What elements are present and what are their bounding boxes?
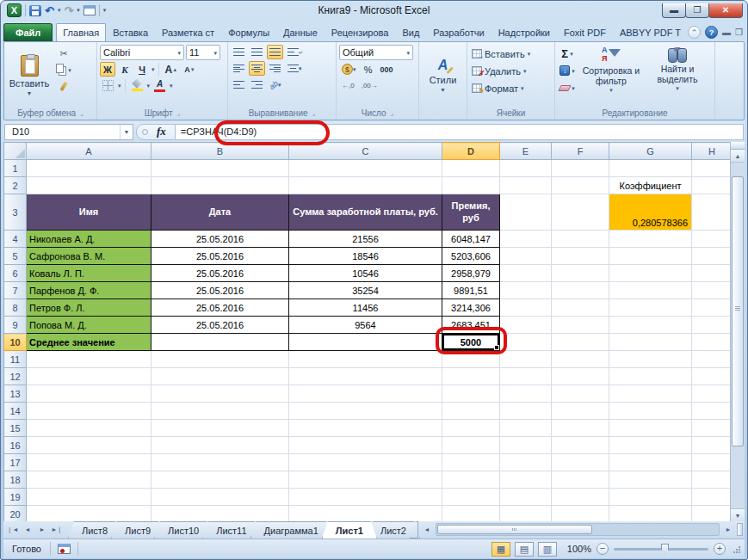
cell-E20[interactable]	[500, 506, 552, 522]
cell-F4[interactable]	[552, 231, 609, 248]
cell-G5[interactable]	[609, 248, 692, 265]
cell-C4[interactable]: 21556	[289, 231, 442, 248]
cell-A19[interactable]	[27, 489, 151, 506]
next-sheet-icon[interactable]: ►	[35, 523, 49, 536]
cut-button[interactable]: ✂	[54, 46, 73, 60]
cell-C20[interactable]	[289, 506, 442, 522]
insert-cells-button[interactable]: →Вставить▾	[470, 46, 552, 61]
cell-G16[interactable]	[609, 437, 692, 454]
cell-G12[interactable]	[609, 368, 692, 385]
help-icon[interactable]: ?	[705, 26, 718, 39]
cell-A4[interactable]: Николаев А. Д.	[27, 231, 151, 248]
zoom-out-button[interactable]: −	[597, 543, 609, 555]
cell-E6[interactable]	[500, 265, 552, 282]
cell-H15[interactable]	[692, 420, 733, 437]
row-header-4[interactable]: 4	[4, 231, 27, 248]
cell-F12[interactable]	[552, 368, 609, 385]
row-header-16[interactable]: 16	[4, 437, 27, 454]
cell-H19[interactable]	[692, 489, 733, 506]
tab-razmetka[interactable]: Разметка ст	[155, 23, 221, 41]
cell-E14[interactable]	[500, 403, 552, 420]
cell-D17[interactable]	[442, 454, 500, 471]
column-header-G[interactable]: G	[609, 143, 692, 160]
cell-A17[interactable]	[27, 454, 151, 471]
delete-cells-button[interactable]: ✗Удалить▾	[470, 64, 552, 78]
cell-H11[interactable]	[692, 351, 733, 368]
align-middle-button[interactable]	[249, 45, 265, 59]
tab-foxit-pdf[interactable]: Foxit PDF	[557, 23, 613, 41]
cell-E15[interactable]	[500, 420, 552, 437]
row-header-12[interactable]: 12	[4, 368, 27, 385]
percent-format-button[interactable]: %	[361, 62, 376, 77]
save-icon[interactable]	[29, 5, 41, 16]
cell-H7[interactable]	[692, 282, 733, 299]
cell-B13[interactable]	[151, 385, 289, 403]
fill-button[interactable]: ↓▾	[558, 64, 577, 77]
cell-G9[interactable]	[609, 317, 692, 334]
dialog-launcher-icon[interactable]: ⌟	[391, 109, 394, 117]
cell-E19[interactable]	[500, 489, 552, 506]
minimize-button[interactable]: ▬	[662, 3, 686, 18]
table-view-icon[interactable]	[83, 5, 96, 15]
tab-formuly[interactable]: Формулы	[221, 23, 276, 41]
vertical-scrollbar[interactable]: ▲ ▼	[730, 142, 745, 521]
cell-H16[interactable]	[692, 437, 733, 454]
tab-razrabotchik[interactable]: Разработчи	[426, 23, 491, 41]
cell-E8[interactable]	[500, 299, 552, 317]
row-header-6[interactable]: 6	[4, 265, 27, 282]
zoom-slider[interactable]	[614, 548, 708, 551]
cell-A15[interactable]	[27, 420, 151, 437]
resize-grip[interactable]	[731, 544, 741, 554]
cell-B8[interactable]: 25.05.2016	[151, 299, 289, 317]
cell-B18[interactable]	[151, 471, 289, 489]
close-button[interactable]: ✕	[708, 3, 743, 18]
cell-G4[interactable]	[609, 231, 692, 248]
cell-F15[interactable]	[552, 420, 609, 437]
restore-button[interactable]: ❐	[685, 3, 709, 18]
align-center-button[interactable]	[249, 61, 265, 76]
normal-view-button[interactable]: ▦	[491, 542, 510, 557]
thousands-format-button[interactable]: 000	[378, 62, 396, 77]
cell-C12[interactable]	[289, 368, 442, 385]
zoom-slider-thumb[interactable]	[661, 544, 669, 554]
vscroll-thumb[interactable]	[732, 176, 744, 446]
name-box-dropdown-icon[interactable]: ▼	[120, 125, 133, 139]
shrink-font-button[interactable]: А▼	[182, 62, 197, 77]
cell-H3[interactable]	[692, 194, 733, 231]
fill-color-button[interactable]	[129, 78, 145, 93]
customize-qat-icon[interactable]: ▾	[103, 7, 107, 14]
row-header-5[interactable]: 5	[4, 248, 27, 265]
cell-C14[interactable]	[289, 403, 442, 420]
cell-H17[interactable]	[692, 454, 733, 471]
cell-H1[interactable]	[692, 160, 733, 177]
column-header-D[interactable]: D	[442, 143, 500, 160]
cell-E3[interactable]	[500, 194, 552, 231]
row-header-10[interactable]: 10	[4, 334, 27, 351]
find-select-button[interactable]: Найти и выделить▾	[646, 45, 709, 106]
cell-E2[interactable]	[500, 177, 552, 194]
column-header-E[interactable]: E	[500, 143, 552, 160]
row-header-3[interactable]: 3	[4, 194, 27, 231]
cell-D1[interactable]	[442, 160, 500, 177]
cell-D18[interactable]	[442, 471, 500, 489]
cell-A6[interactable]: Коваль Л. П.	[27, 265, 151, 282]
select-all-corner[interactable]	[4, 143, 27, 160]
insert-function-button[interactable]: fx	[157, 125, 166, 138]
cell-F5[interactable]	[552, 248, 609, 265]
cell-A11[interactable]	[27, 351, 151, 368]
cell-C7[interactable]: 35254	[289, 282, 442, 299]
increase-decimal-button[interactable]: ←,0	[339, 78, 357, 93]
cell-C11[interactable]	[289, 351, 442, 368]
cell-E11[interactable]	[500, 351, 552, 368]
cell-A5[interactable]: Сафронова В. М.	[27, 248, 151, 265]
cell-D3[interactable]: Премия, руб	[442, 194, 500, 231]
prev-sheet-icon[interactable]: ◄	[21, 523, 34, 536]
cell-B15[interactable]	[151, 420, 289, 437]
cell-F17[interactable]	[552, 454, 609, 471]
cell-B6[interactable]: 25.05.2016	[151, 265, 289, 282]
first-sheet-icon[interactable]: ❘◄	[6, 523, 20, 536]
cell-B14[interactable]	[151, 403, 289, 420]
zoom-in-button[interactable]: +	[714, 543, 726, 555]
cell-F14[interactable]	[552, 403, 609, 420]
cell-D20[interactable]	[442, 506, 500, 522]
